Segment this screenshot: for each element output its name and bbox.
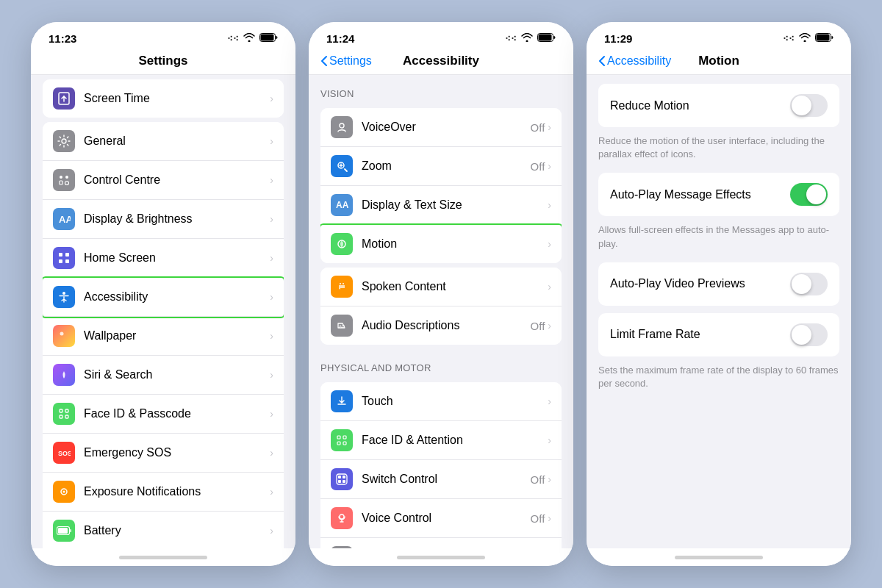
phone-accessibility: 11:24 ⁖⁖ Settings Acc bbox=[309, 22, 573, 566]
settings-item-accessibility[interactable]: Accessibility › bbox=[43, 278, 284, 317]
chevron-icon: › bbox=[270, 135, 273, 147]
svg-text:SOS: SOS bbox=[58, 450, 71, 457]
reduce-motion-group: Reduce Motion bbox=[598, 84, 839, 127]
sos-label: Emergency SOS bbox=[84, 446, 261, 459]
auto-play-messages-toggle[interactable] bbox=[790, 183, 828, 206]
face-id-icon bbox=[53, 403, 75, 425]
switch-control-value: Off › bbox=[531, 473, 551, 486]
accessibility-icon bbox=[53, 286, 75, 308]
limit-frame-rate-item[interactable]: Limit Frame Rate bbox=[598, 313, 839, 356]
acc-item-voice-control[interactable]: Voice Control Off › bbox=[320, 499, 562, 538]
battery-icon-3 bbox=[815, 33, 833, 44]
battery-icon-1 bbox=[259, 33, 278, 44]
status-icons-1: ⁖⁖ bbox=[227, 33, 278, 44]
acc-item-motion[interactable]: Motion › bbox=[320, 225, 562, 263]
settings-item-face-id[interactable]: Face ID & Passcode › bbox=[43, 395, 284, 434]
settings-item-screen-time[interactable]: Screen Time › bbox=[43, 79, 284, 118]
svg-rect-11 bbox=[59, 259, 62, 263]
acc-item-zoom[interactable]: Zoom Off › bbox=[320, 147, 562, 186]
side-btn-icon bbox=[331, 546, 353, 548]
accessibility-list[interactable]: VISION VoiceOver Off › bbox=[309, 75, 573, 548]
chevron-icon: › bbox=[270, 330, 273, 342]
svg-rect-12 bbox=[65, 259, 69, 263]
settings-item-display[interactable]: AA Display & Brightness › bbox=[43, 200, 284, 239]
home-bar-1 bbox=[119, 556, 207, 559]
svg-rect-23 bbox=[58, 528, 68, 534]
svg-point-21 bbox=[63, 491, 65, 493]
svg-point-5 bbox=[65, 176, 68, 179]
chevron-icon: › bbox=[270, 408, 273, 420]
back-label: Settings bbox=[329, 54, 372, 68]
svg-point-32 bbox=[340, 283, 341, 284]
acc-item-switch-control[interactable]: Switch Control Off › bbox=[320, 460, 562, 499]
nav-bar-accessibility: Settings Accessibility bbox=[309, 49, 573, 75]
auto-play-video-item[interactable]: Auto-Play Video Previews bbox=[598, 262, 839, 306]
reduce-motion-item[interactable]: Reduce Motion bbox=[598, 84, 839, 127]
back-label-motion: Accessibility bbox=[607, 54, 671, 68]
settings-list[interactable]: Screen Time › General › bbox=[31, 75, 295, 548]
status-bar-1: 11:23 ⁖⁖ bbox=[31, 22, 295, 49]
screen-time-label: Screen Time bbox=[84, 92, 261, 105]
acc-item-faceid-att[interactable]: Face ID & Attention › bbox=[320, 421, 562, 460]
switch-control-label: Switch Control bbox=[362, 473, 522, 486]
acc-item-voiceover[interactable]: VoiceOver Off › bbox=[320, 108, 562, 147]
home-bar-3 bbox=[675, 556, 763, 559]
general-icon bbox=[53, 130, 75, 152]
chevron-icon: › bbox=[270, 291, 273, 303]
chevron-icon: › bbox=[548, 395, 551, 407]
chevron-icon: › bbox=[548, 238, 551, 250]
wallpaper-label: Wallpaper bbox=[84, 329, 261, 343]
settings-item-wallpaper[interactable]: Wallpaper › bbox=[43, 317, 284, 356]
nav-bar-motion: Accessibility Motion bbox=[587, 49, 851, 75]
phone-motion: 11:29 ⁖⁖ Accessibility bbox=[587, 22, 851, 566]
motion-icon bbox=[331, 233, 353, 255]
auto-play-video-toggle[interactable] bbox=[790, 273, 828, 295]
auto-play-video-group: Auto-Play Video Previews bbox=[598, 262, 839, 306]
svg-rect-43 bbox=[343, 480, 345, 483]
auto-play-video-label: Auto-Play Video Previews bbox=[610, 277, 790, 290]
acc-item-display-text[interactable]: AA Display & Text Size › bbox=[320, 186, 562, 225]
battery-label: Battery bbox=[84, 524, 261, 537]
svg-rect-18 bbox=[65, 415, 68, 418]
auto-play-messages-item[interactable]: Auto-Play Message Effects bbox=[598, 173, 839, 216]
spoken-icon bbox=[331, 276, 353, 298]
svg-point-14 bbox=[60, 332, 64, 336]
chevron-icon: › bbox=[548, 199, 551, 211]
settings-item-home-screen[interactable]: Home Screen › bbox=[43, 239, 284, 278]
svg-rect-9 bbox=[59, 253, 62, 257]
zoom-icon bbox=[331, 155, 353, 177]
motion-list[interactable]: Reduce Motion Reduce the motion of the u… bbox=[587, 75, 851, 548]
settings-item-exposure[interactable]: Exposure Notifications › bbox=[43, 473, 284, 512]
svg-text:AA: AA bbox=[336, 200, 348, 210]
spoken-label: Spoken Content bbox=[362, 280, 539, 293]
time-1: 11:23 bbox=[49, 32, 76, 45]
acc-item-touch[interactable]: Touch › bbox=[320, 382, 562, 421]
reduce-motion-label: Reduce Motion bbox=[610, 99, 790, 112]
chevron-icon: › bbox=[270, 93, 273, 104]
settings-item-siri[interactable]: Siri & Search › bbox=[43, 356, 284, 395]
back-to-settings[interactable]: Settings bbox=[320, 54, 372, 68]
back-to-accessibility[interactable]: Accessibility bbox=[598, 54, 671, 68]
acc-item-side-button[interactable]: Side Button › bbox=[320, 538, 562, 548]
limit-frame-rate-toggle[interactable] bbox=[790, 323, 828, 346]
home-indicator-3 bbox=[587, 548, 851, 566]
acc-item-spoken[interactable]: Spoken Content › bbox=[320, 268, 562, 306]
control-icon bbox=[53, 169, 75, 191]
nav-title-accessibility: Accessibility bbox=[403, 54, 479, 68]
home-indicator-1 bbox=[31, 548, 295, 566]
svg-rect-6 bbox=[60, 181, 62, 184]
svg-point-13 bbox=[62, 292, 65, 295]
chevron-icon: › bbox=[270, 369, 273, 381]
nav-title-settings: Settings bbox=[138, 54, 187, 68]
reduce-motion-toggle[interactable] bbox=[790, 94, 828, 117]
voice-control-label: Voice Control bbox=[362, 512, 522, 525]
acc-item-audio-desc[interactable]: AD Audio Descriptions Off › bbox=[320, 306, 562, 345]
settings-item-general[interactable]: General › bbox=[43, 122, 284, 161]
accessibility-label: Accessibility bbox=[84, 290, 261, 304]
settings-item-control-centre[interactable]: Control Centre › bbox=[43, 161, 284, 200]
exposure-label: Exposure Notifications bbox=[84, 485, 261, 498]
siri-label: Siri & Search bbox=[84, 368, 261, 381]
settings-item-sos[interactable]: SOS Emergency SOS › bbox=[43, 434, 284, 473]
svg-rect-37 bbox=[337, 442, 340, 445]
settings-item-battery[interactable]: Battery › bbox=[43, 512, 284, 548]
